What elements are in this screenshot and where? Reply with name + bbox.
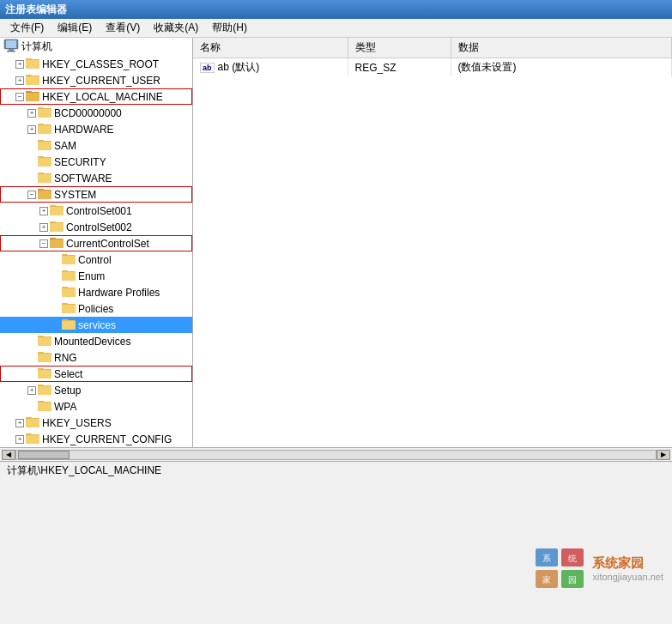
tree-label-sam: SAM [54,140,76,152]
expand-btn-hkey_classes_root[interactable]: + [15,60,24,69]
expand-btn-setup[interactable]: + [27,386,36,395]
tree-item-hkey_local_machine[interactable]: − HKEY_LOCAL_MACHINE [0,88,192,105]
expand-btn-hkey_local_machine[interactable]: − [15,93,24,101]
svg-rect-6 [26,60,39,69]
tree-item-controlset002[interactable]: + ControlSet002 [0,219,192,235]
tree-item-hkey_current_user[interactable]: + HKEY_CURRENT_USER [0,72,192,88]
tree-item-policies[interactable]: Policies [0,300,192,317]
svg-rect-9 [26,76,39,85]
menu-edit[interactable]: 编辑(E) [51,19,99,37]
tree-label-system: SYSTEM [54,189,96,201]
tree-item-rng[interactable]: RNG [0,349,192,366]
expand-placeholder-sam [27,142,36,150]
tree-item-mounteddevices[interactable]: MountedDevices [0,333,192,349]
svg-rect-63 [38,370,51,379]
expand-btn-hkey_current_config[interactable]: + [15,435,24,444]
tree-label-hkey_local_machine: HKEY_LOCAL_MACHINE [42,91,163,103]
cell-type: REG_SZ [348,58,451,77]
svg-text:系: 系 [542,554,551,563]
folder-icon-hardware [38,122,51,136]
folder-icon-controlset001 [50,203,64,218]
folder-icon-hkey_current_user [26,73,39,88]
menu-file[interactable]: 文件(F) [3,19,51,37]
expand-placeholder-software [27,174,36,183]
tree-item-enum[interactable]: Enum [0,268,192,284]
expand-placeholder-select [27,370,36,379]
tree-label-currentcontrolset: CurrentControlSet [66,238,149,250]
tree-label-hardware_profiles: Hardware Profiles [78,287,160,299]
ab-icon: ab [200,63,215,73]
menu-bar: 文件(F) 编辑(E) 查看(V) 收藏夹(A) 帮助(H) [0,19,672,38]
tree-item-control[interactable]: Control [0,251,192,268]
svg-rect-54 [62,321,76,330]
svg-text:统: 统 [568,554,577,563]
registry-tree[interactable]: 计算机+ HKEY_CLASSES_ROOT+ HKEY_CURRENT_USE… [0,38,193,447]
cell-name: abab (默认) [193,58,348,77]
table-row[interactable]: abab (默认)REG_SZ(数值未设置) [193,58,672,77]
menu-view[interactable]: 查看(V) [99,19,147,37]
tree-label-wpa: WPA [54,401,76,413]
folder-icon-wpa [38,399,51,414]
tree-item-system[interactable]: − SYSTEM [0,186,192,203]
hscroll-track[interactable] [15,450,657,460]
expand-btn-hkey_users[interactable]: + [15,419,24,427]
col-type: 类型 [348,38,451,58]
svg-rect-36 [50,223,64,232]
status-bar: 计算机\HKEY_LOCAL_MACHINE [0,461,672,480]
watermark: 系 统 家 园 系统家园 xitongjiayuan.net [534,547,663,590]
menu-favorites[interactable]: 收藏夹(A) [147,19,205,37]
cell-data: (数值未设置) [451,58,672,77]
folder-icon-hkey_classes_root [26,57,39,71]
tree-item-sam[interactable]: SAM [0,137,192,154]
expand-placeholder-policies [51,305,60,313]
tree-item-hkey_classes_root[interactable]: + HKEY_CLASSES_ROOT [0,56,192,72]
svg-rect-30 [38,191,51,199]
svg-rect-2 [9,49,14,51]
svg-rect-48 [62,288,76,297]
menu-help[interactable]: 帮助(H) [205,19,254,37]
hscroll-bar[interactable]: ◀ ▶ [0,447,672,461]
tree-item-bcd00000000[interactable]: + BCD00000000 [0,105,192,121]
col-data: 数据 [451,38,672,58]
hscroll-right-btn[interactable]: ▶ [657,450,670,460]
tree-item-hardware[interactable]: + HARDWARE [0,121,192,137]
tree-item-hkey_users[interactable]: + HKEY_USERS [0,415,192,431]
folder-icon-mounteddevices [38,334,51,348]
tree-label-policies: Policies [78,303,113,315]
expand-placeholder-security [27,158,36,167]
tree-item-computer[interactable]: 计算机 [0,38,192,56]
tree-label-security: SECURITY [54,156,106,168]
expand-btn-hardware[interactable]: + [27,125,36,134]
folder-icon-software [38,171,51,185]
folder-icon-hardware_profiles [62,285,76,300]
tree-item-security[interactable]: SECURITY [0,154,192,170]
svg-rect-42 [62,256,76,264]
tree-item-wpa[interactable]: WPA [0,398,192,415]
hscroll-thumb[interactable] [18,451,70,459]
tree-item-controlset001[interactable]: + ControlSet001 [0,203,192,219]
content-area: 计算机+ HKEY_CLASSES_ROOT+ HKEY_CURRENT_USE… [0,38,672,447]
tree-item-setup[interactable]: + Setup [0,382,192,398]
tree-item-hkey_current_config[interactable]: + HKEY_CURRENT_CONFIG [0,431,192,447]
tree-item-hardware_profiles[interactable]: Hardware Profiles [0,284,192,300]
expand-btn-hkey_current_user[interactable]: + [15,76,24,85]
watermark-logo-icon: 系 统 家 园 [534,547,585,590]
tree-item-software[interactable]: SOFTWARE [0,170,192,186]
tree-item-select[interactable]: Select [0,366,192,382]
expand-placeholder-enum [51,272,60,281]
expand-btn-controlset001[interactable]: + [39,207,48,215]
hscroll-left-btn[interactable]: ◀ [2,450,15,460]
expand-btn-bcd00000000[interactable]: + [27,109,36,118]
folder-icon-rng [38,350,51,365]
folder-icon-services [62,318,76,332]
svg-rect-72 [26,419,39,427]
expand-btn-controlset002[interactable]: + [39,223,48,232]
tree-item-currentcontrolset[interactable]: − CurrentControlSet [0,235,192,251]
folder-icon-hkey_users [26,415,39,430]
tree-item-services[interactable]: services [0,317,192,333]
expand-btn-system[interactable]: − [27,191,36,199]
expand-btn-currentcontrolset[interactable]: − [39,239,48,248]
tree-label-bcd00000000: BCD00000000 [54,107,122,119]
folder-icon-sam [38,138,51,153]
tree-label-controlset002: ControlSet002 [66,221,132,233]
